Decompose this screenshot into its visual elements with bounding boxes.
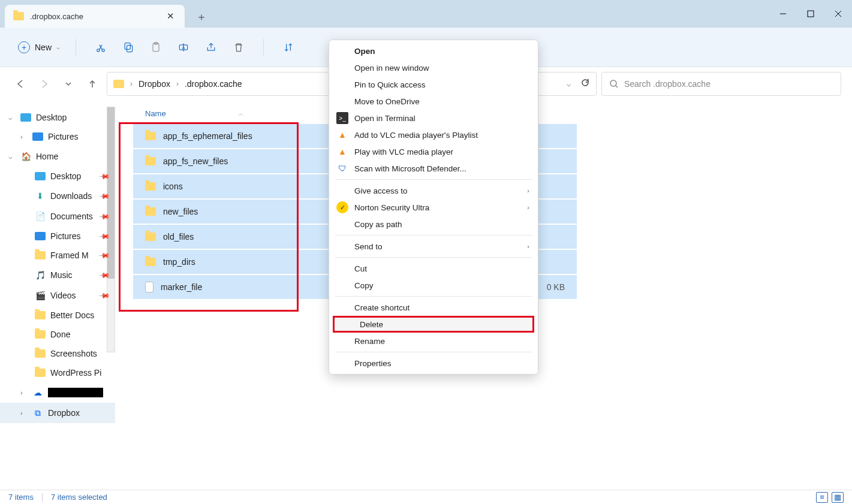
- recent-button[interactable]: [59, 74, 78, 93]
- maximize-button[interactable]: [797, 0, 824, 28]
- delete-button[interactable]: [225, 41, 252, 53]
- ctx-create-shortcut[interactable]: Create shortcut: [329, 299, 538, 316]
- breadcrumb-cache[interactable]: .dropbox.cache: [185, 79, 242, 89]
- ctx-delete[interactable]: Delete: [333, 316, 534, 333]
- new-button[interactable]: + New ⌵: [13, 38, 65, 57]
- ctx-open[interactable]: Open: [329, 43, 538, 59]
- folder-icon: [35, 369, 46, 377]
- folder-icon: [35, 251, 46, 259]
- icons-view-button[interactable]: ▦: [832, 492, 844, 503]
- sidebar-item-screenshots[interactable]: Screenshots: [0, 344, 115, 363]
- sort-button[interactable]: [275, 41, 302, 53]
- details-view-button[interactable]: ≡: [816, 492, 828, 503]
- ctx-pin-quick-access[interactable]: Pin to Quick access: [329, 76, 538, 93]
- forward-button[interactable]: [35, 74, 54, 93]
- sidebar-item-betterdocs[interactable]: Better Docs: [0, 306, 115, 325]
- sidebar-item-wordpress[interactable]: WordPress Pi: [0, 363, 115, 382]
- folder-icon: [145, 132, 156, 140]
- sidebar-item-home-desktop[interactable]: Desktop📌: [0, 167, 115, 186]
- context-menu: Open Open in new window Pin to Quick acc…: [329, 40, 538, 375]
- share-button[interactable]: [197, 41, 225, 53]
- sidebar-item-done[interactable]: Done: [0, 325, 115, 344]
- close-button[interactable]: [824, 0, 852, 28]
- close-tab-icon[interactable]: ✕: [164, 10, 176, 22]
- terminal-icon: >_: [336, 112, 348, 124]
- sidebar-item-videos[interactable]: 🎬Videos📌: [0, 285, 115, 306]
- separator: [76, 39, 76, 56]
- titlebar: .dropbox.cache ✕ ＋: [0, 0, 852, 28]
- svg-rect-7: [127, 45, 133, 52]
- folder-icon: [145, 233, 156, 241]
- folder-icon: [35, 349, 46, 358]
- ctx-open-new-window[interactable]: Open in new window: [329, 59, 538, 76]
- up-button[interactable]: [83, 74, 102, 93]
- ctx-cut[interactable]: Cut: [329, 260, 538, 277]
- ctx-properties[interactable]: Properties: [329, 355, 538, 372]
- chevron-right-icon: ›: [527, 204, 529, 211]
- sidebar-item-pictures[interactable]: ›Pictures: [0, 127, 115, 146]
- sidebar-item-documents[interactable]: 📄Documents📌: [0, 206, 115, 227]
- new-tab-button[interactable]: ＋: [191, 6, 212, 28]
- folder-icon: [113, 80, 124, 88]
- svg-point-5: [102, 49, 104, 51]
- cloud-icon: ☁: [32, 387, 43, 398]
- chevron-right-icon: ›: [527, 243, 529, 250]
- back-button[interactable]: [11, 74, 30, 93]
- file-name: new_files: [163, 207, 198, 216]
- sidebar-item-framed[interactable]: Framed M📌: [0, 246, 115, 265]
- file-icon: [145, 282, 153, 292]
- folder-icon: [145, 207, 156, 216]
- status-item-count: 7 items: [8, 493, 34, 502]
- separator: [42, 493, 43, 502]
- rename-button[interactable]: A: [170, 41, 197, 53]
- chevron-right-icon: ›: [176, 80, 179, 88]
- ctx-give-access[interactable]: Give access to›: [329, 182, 538, 199]
- sidebar-item-onedrive[interactable]: ›☁: [0, 382, 115, 403]
- ctx-copy-path[interactable]: Copy as path: [329, 216, 538, 233]
- ctx-send-to[interactable]: Send to›: [329, 238, 538, 255]
- sidebar-item-downloads[interactable]: ⬇Downloads📌: [0, 186, 115, 206]
- svg-point-13: [610, 80, 616, 86]
- window-tab[interactable]: .dropbox.cache ✕: [5, 5, 185, 28]
- sidebar-item-music[interactable]: 🎵Music📌: [0, 265, 115, 285]
- plus-circle-icon: +: [18, 41, 30, 53]
- breadcrumb-dropbox[interactable]: Dropbox: [139, 79, 170, 89]
- sidebar-item-home[interactable]: ⌵🏠Home: [0, 146, 115, 167]
- copy-button[interactable]: [115, 41, 142, 53]
- folder-icon: [145, 157, 156, 165]
- dropbox-icon: ⧉: [32, 408, 43, 418]
- ctx-defender-scan[interactable]: 🛡Scan with Microsoft Defender...: [329, 160, 538, 177]
- video-icon: 🎬: [35, 290, 46, 301]
- ctx-open-terminal[interactable]: >_Open in Terminal: [329, 110, 538, 126]
- folder-icon: [145, 258, 156, 266]
- pictures-icon: [32, 132, 43, 141]
- file-name: app_fs_ephemeral_files: [163, 131, 252, 141]
- cut-button[interactable]: [87, 41, 115, 53]
- svg-rect-1: [808, 11, 814, 17]
- separator: [335, 235, 532, 236]
- status-bar: 7 items 7 items selected ≡ ▦: [0, 490, 852, 504]
- ctx-norton[interactable]: ✓Norton Security Ultra›: [329, 199, 538, 216]
- svg-rect-6: [125, 43, 130, 49]
- sidebar-item-dropbox[interactable]: ›⧉Dropbox: [0, 403, 115, 423]
- ctx-copy[interactable]: Copy: [329, 277, 538, 294]
- new-label: New: [35, 43, 52, 52]
- desktop-icon: [20, 113, 31, 122]
- ctx-rename[interactable]: Rename: [329, 333, 538, 349]
- file-name: marker_file: [161, 282, 202, 292]
- file-name: app_fs_new_files: [163, 156, 228, 166]
- ctx-vlc-play[interactable]: ▲Play with VLC media player: [329, 143, 538, 160]
- chevron-down-icon[interactable]: ⌵: [567, 80, 571, 88]
- sidebar-item-home-pictures[interactable]: Pictures📌: [0, 227, 115, 246]
- ctx-vlc-add[interactable]: ▲Add to VLC media player's Playlist: [329, 126, 538, 143]
- search-box[interactable]: [601, 72, 841, 96]
- refresh-icon[interactable]: [580, 78, 590, 90]
- vlc-icon: ▲: [336, 146, 348, 158]
- minimize-button[interactable]: [769, 0, 797, 28]
- folder-icon: [13, 12, 24, 20]
- paste-button[interactable]: [142, 41, 170, 53]
- search-input[interactable]: [624, 79, 833, 89]
- sidebar-item-desktop[interactable]: ⌵Desktop: [0, 108, 115, 127]
- scrollbar[interactable]: [107, 107, 115, 352]
- ctx-move-onedrive[interactable]: Move to OneDrive: [329, 93, 538, 110]
